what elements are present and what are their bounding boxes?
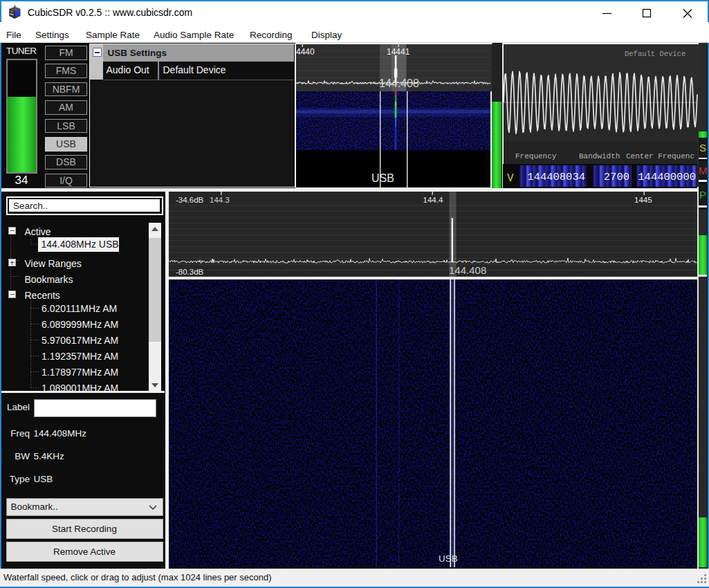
svg-text:-34.6dB: -34.6dB — [176, 196, 204, 204]
svg-text:USB: USB — [371, 172, 394, 184]
svg-text:Frequency: Frequency — [515, 152, 557, 160]
svg-text:144.4: 144.4 — [423, 196, 443, 204]
svg-text:Center Frequenc: Center Frequenc — [626, 152, 694, 160]
svg-text:4440: 4440 — [296, 47, 315, 57]
svg-text:Bandwidth: Bandwidth — [579, 152, 620, 160]
svg-text:14441: 14441 — [387, 47, 410, 57]
svg-text:USB: USB — [439, 553, 458, 564]
svg-text:Default Device: Default Device — [625, 50, 685, 58]
svg-text:144.3: 144.3 — [210, 196, 230, 204]
svg-text:-80.3dB: -80.3dB — [176, 268, 204, 276]
svg-text:144.408: 144.408 — [379, 77, 419, 89]
svg-text:V: V — [507, 172, 514, 185]
svg-text:144.408: 144.408 — [449, 264, 486, 276]
svg-text:1445: 1445 — [634, 196, 652, 204]
